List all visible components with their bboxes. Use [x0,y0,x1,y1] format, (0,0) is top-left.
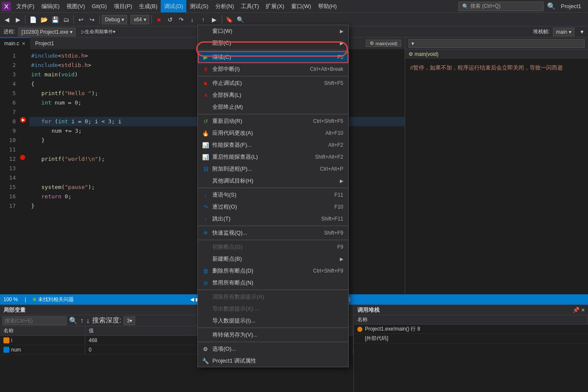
search-box[interactable]: 🔍 搜索 (Ctrl+Q) [458,2,544,11]
menu-item-window[interactable]: 窗口(W) ▶ [198,25,348,37]
step-into-btn[interactable]: ↓ [187,15,197,25]
perf-icon: 📊 [202,142,209,148]
new-file-btn[interactable]: 📄 [28,15,38,25]
menu-item-step-out[interactable]: ↑ 跳出(T) Shift+F11 [198,213,348,225]
search-opts-icon[interactable]: 🔍 [69,317,78,325]
stack-dropdown[interactable]: main ▾ [553,28,574,36]
sidebar-stack-dropdown[interactable]: ▾ [408,39,585,48]
save-btn[interactable]: 💾 [50,15,60,25]
step-out-btn[interactable]: ↑ [198,15,209,25]
search-depth-dropdown[interactable]: 3 ▾ [124,317,135,325]
bookmark-btn[interactable]: 🔖 [224,15,235,25]
redo-btn[interactable]: ↪ [87,15,97,25]
toggle-bp-shortcut: F9 [337,244,343,250]
menu-tools[interactable]: 工具(T) [238,0,263,12]
menu-project[interactable]: 项目(P) [110,0,136,12]
bp-8[interactable]: ▶ [20,117,26,123]
forward-btn[interactable]: ▶ [13,15,23,25]
menu-item-perf[interactable]: 📊 性能探查器(F)... Alt+F2 [198,139,348,151]
stop-debug-btn[interactable]: ■ [154,15,164,25]
lifecycle-icon: ▷ [81,29,85,35]
bp-12[interactable] [20,155,25,160]
restart-perf-icon: 📊 [202,154,209,160]
import-tips-icon [202,317,209,324]
callstack-close-btn[interactable]: × [581,307,585,313]
sort-up-icon[interactable]: ↑ [80,317,84,325]
menu-item-options[interactable]: ⚙ 选项(O)... [198,343,348,355]
menu-analyze[interactable]: 分析(N) [212,0,238,12]
menu-help[interactable]: 帮助(H) [315,0,340,12]
menu-item-attach[interactable]: ⛓ 附加到进程(P)... Ctrl+Alt+P [198,163,348,175]
undo-btn[interactable]: ↩ [76,15,86,25]
new-bp-icon [202,256,209,262]
menu-item-step-over[interactable]: ↷ 逐过程(O) F10 [198,201,348,213]
callstack-pin-btn[interactable]: 📌 [573,307,579,313]
step-into-shortcut: F11 [334,192,343,198]
menu-item-clear-tips[interactable]: 清除所有数据提示(A) [198,291,348,303]
menu-item-toggle-bp[interactable]: 切换断点(G) F9 [198,241,348,253]
menu-item-disable-all-bp[interactable]: ⊘ 禁用所有断点(N) [198,277,348,289]
menu-item-export-tips[interactable]: 导出数据提示(X) ... [198,303,348,315]
menu-item-restart[interactable]: ↺ 重新启动(R) Ctrl+Shift+F5 [198,115,348,127]
open-btn[interactable]: 📂 [39,15,49,25]
stack-label: 堆栈帧: [533,28,550,35]
callstack-item-0[interactable]: Project1.exe!main() 行 8 [354,325,588,334]
restart-btn[interactable]: ↺ [165,15,175,25]
locals-search-input[interactable] [3,317,67,325]
export-tips-icon [202,305,209,312]
function-dropdown[interactable]: ⚙ main(void) [366,40,401,47]
menu-item-break-all[interactable]: ⏸ 全部中断(I) Ctrl+Alt+Break [198,63,348,75]
menu-item-terminate[interactable]: 全部终止(M) [198,101,348,113]
menu-item-step-into[interactable]: ↓ 逐语句(S) F11 [198,189,348,201]
menu-test[interactable]: 测试(S) [186,0,211,12]
save-all-btn[interactable]: 🗂 [61,15,71,25]
menu-item-graphics[interactable]: 图形(C) ▶ [198,37,348,49]
step-out-menu-icon: ↑ [202,215,209,222]
menu-file[interactable]: 文件(F) [13,0,38,12]
menu-extensions[interactable]: 扩展(X) [262,0,287,12]
find-btn[interactable]: 🔍 [235,15,246,25]
other-targets-icon [202,177,209,184]
perf-label: 性能探查器(F)... [212,141,325,149]
arch-dropdown[interactable]: x64 ▾ [130,15,149,24]
graphics-icon [202,40,209,46]
sep-8 [198,328,348,328]
search-icon-2[interactable]: 🔍 [547,2,556,10]
menu-build[interactable]: 生成(B) [136,0,161,12]
sort-down-icon[interactable]: ↓ [86,317,90,325]
break-all-label: 全部中断(I) [212,65,307,73]
callstack-item-1[interactable]: [外部代码] [354,334,588,343]
menu-item-apply-changes[interactable]: 🔥 应用代码更改(A) Alt+F10 [198,127,348,139]
menu-item-save-dump[interactable]: 将转储另存为(V)... [198,329,348,341]
fire-icon: 🔥 [202,130,209,136]
menu-edit[interactable]: 编辑(E) [38,0,63,12]
menu-window[interactable]: 窗口(W) [288,0,315,12]
gutter-8: ▶ [19,115,28,125]
menu-item-restart-perf[interactable]: 📊 重启性能探查器(L) Shift+Alt+F2 [198,151,348,163]
tab-mainc[interactable]: main.c × [0,38,30,49]
menu-item-other-targets[interactable]: 其他调试目标(H) ▶ [198,175,348,187]
menu-item-delete-all-bp[interactable]: 🗑 删除所有断点(D) Ctrl+Shift+F9 [198,265,348,277]
tab-close-btn[interactable]: × [22,40,25,47]
menu-item-stop[interactable]: ■ 停止调试(E) Shift+F5 [198,77,348,89]
menu-item-continue[interactable]: ▶ 继续(C) F5 [198,51,348,63]
menu-item-detach[interactable]: ✕ 全部拆离(L) [198,89,348,101]
back-btn[interactable]: ◀ [2,15,12,25]
menu-item-import-tips[interactable]: 导入数据提示(I)... [198,315,348,327]
new-bp-label: 新建断点(B) [212,255,336,263]
editor-toolbar-right: ⚙ main(void) [366,40,405,47]
menu-item-properties[interactable]: 🔧 Project1 调试属性 [198,355,348,367]
process-dropdown[interactable]: [10280] Project1.exe ▾ [18,28,75,36]
lifecycle-btn[interactable]: ▷ 生命周期事件 ▾ [79,27,118,37]
menu-debug[interactable]: 调试(D) [161,0,186,12]
menu-item-quickwatch[interactable]: 👁 快速监视(Q)... Shift+F9 [198,227,348,239]
menu-item-new-bp[interactable]: 新建断点(B) ▶ [198,253,348,265]
stack-expand-btn[interactable]: ▼ [579,29,585,35]
menu-view[interactable]: 视图(V) [63,0,88,12]
menu-git[interactable]: Git(G) [88,0,110,12]
run-to-cursor-btn[interactable]: ▶ [209,15,220,25]
config-dropdown[interactable]: Debug ▾ [102,15,127,24]
step-over-btn[interactable]: ↷ [176,15,186,25]
step-over-menu-icon: ↷ [202,203,209,210]
sep1 [25,15,26,24]
